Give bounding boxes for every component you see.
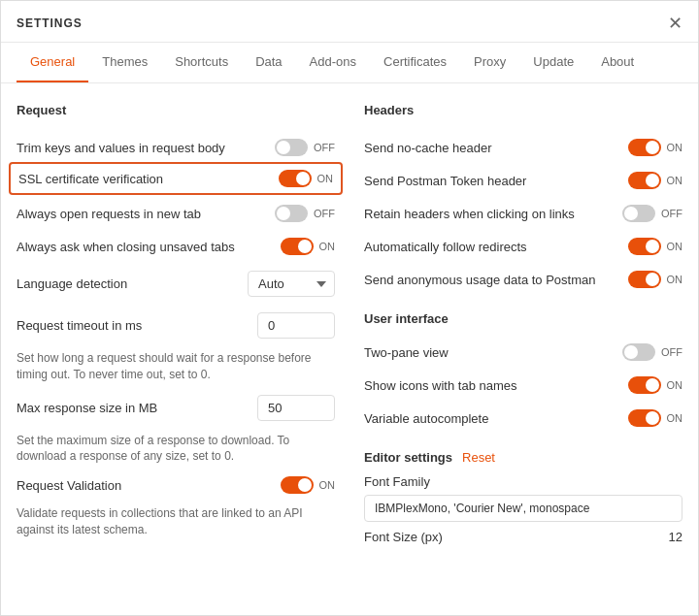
anon-usage-label: Send anonymous usage data to Postman <box>364 273 628 287</box>
request-section-title: Request <box>17 103 335 117</box>
closing-tabs-label: Always ask when closing unsaved tabs <box>17 240 281 254</box>
anon-usage-toggle-wrap: ON <box>628 271 683 288</box>
postman-token-row: Send Postman Token header ON <box>364 164 682 197</box>
tab-general[interactable]: General <box>17 43 88 82</box>
settings-content: Request Trim keys and values in request … <box>1 83 698 615</box>
language-detection-select[interactable]: Auto Manual <box>248 271 335 297</box>
closing-tabs-toggle-wrap: ON <box>281 238 336 255</box>
tab-proxy[interactable]: Proxy <box>460 43 519 82</box>
tab-themes[interactable]: Themes <box>88 43 161 82</box>
follow-redirects-toggle[interactable] <box>628 238 661 255</box>
font-family-label: Font Family <box>364 474 682 489</box>
trim-keys-toggle-wrap: OFF <box>275 139 335 156</box>
request-validation-block: Request Validation ON Validate requests … <box>17 469 335 538</box>
timeout-input[interactable] <box>257 312 335 339</box>
font-size-label: Font Size (px) <box>364 530 443 544</box>
font-size-value: 12 <box>669 530 682 544</box>
request-validation-description: Validate requests in collections that ar… <box>17 505 335 538</box>
open-requests-toggle-wrap: OFF <box>275 205 335 222</box>
variable-autocomplete-row: Variable autocomplete ON <box>364 402 682 435</box>
ssl-cert-label: SSL certificate verification <box>18 172 279 186</box>
request-validation-toggle-wrap: ON <box>281 476 336 494</box>
language-detection-label: Language detection <box>17 276 248 291</box>
follow-redirects-toggle-label: ON <box>667 241 683 252</box>
ssl-cert-toggle-label: ON <box>317 173 334 184</box>
show-icons-toggle[interactable] <box>628 376 661 394</box>
no-cache-toggle[interactable] <box>628 139 661 156</box>
postman-token-toggle-wrap: ON <box>628 172 683 189</box>
max-response-input[interactable] <box>257 395 335 421</box>
no-cache-toggle-wrap: ON <box>628 139 683 156</box>
closing-tabs-row: Always ask when closing unsaved tabs ON <box>17 230 335 263</box>
reset-button[interactable]: Reset <box>462 450 495 465</box>
tab-about[interactable]: About <box>587 43 648 82</box>
language-detection-row: Language detection Auto Manual <box>17 263 335 305</box>
request-validation-label: Request Validation <box>17 478 281 493</box>
close-button[interactable]: ✕ <box>668 15 682 32</box>
headers-section-title: Headers <box>364 103 682 117</box>
max-response-label: Max response size in MB <box>17 401 257 415</box>
variable-autocomplete-label: Variable autocomplete <box>364 411 628 426</box>
tab-certificates[interactable]: Certificates <box>370 43 460 82</box>
show-icons-label: Show icons with tab names <box>364 378 628 393</box>
two-pane-label: Two-pane view <box>364 345 622 360</box>
tab-addons[interactable]: Add-ons <box>296 43 370 82</box>
anon-usage-row: Send anonymous usage data to Postman ON <box>364 263 682 296</box>
anon-usage-toggle-label: ON <box>667 274 683 285</box>
open-requests-label: Always open requests in new tab <box>17 207 275 221</box>
retain-headers-row: Retain headers when clicking on links OF… <box>364 197 682 230</box>
max-response-row: Max response size in MB <box>17 387 335 429</box>
right-column: Headers Send no-cache header ON Send Pos… <box>364 103 682 596</box>
open-requests-toggle[interactable] <box>275 205 308 222</box>
no-cache-toggle-label: ON <box>667 142 683 153</box>
variable-autocomplete-toggle-wrap: ON <box>628 409 683 427</box>
title-bar: SETTINGS ✕ <box>1 1 698 43</box>
two-pane-row: Two-pane view OFF <box>364 336 682 369</box>
left-column: Request Trim keys and values in request … <box>17 103 335 596</box>
ssl-cert-toggle-wrap: ON <box>279 170 334 187</box>
trim-keys-label: Trim keys and values in request body <box>17 141 275 155</box>
timeout-label: Request timeout in ms <box>17 318 257 333</box>
ui-section-title: User interface <box>364 311 682 326</box>
show-icons-toggle-label: ON <box>667 379 683 391</box>
editor-settings-header: Editor settings Reset <box>364 450 682 465</box>
closing-tabs-toggle[interactable] <box>281 238 314 255</box>
open-requests-toggle-label: OFF <box>314 208 335 219</box>
max-response-block: Max response size in MB Set the maximum … <box>17 387 335 466</box>
no-cache-row: Send no-cache header ON <box>364 131 682 164</box>
timeout-row: Request timeout in ms <box>17 305 335 346</box>
variable-autocomplete-toggle[interactable] <box>628 409 661 427</box>
postman-token-label: Send Postman Token header <box>364 174 628 188</box>
ssl-cert-toggle[interactable] <box>279 170 312 187</box>
tab-shortcuts[interactable]: Shortcuts <box>161 43 242 82</box>
follow-redirects-row: Automatically follow redirects ON <box>364 230 682 263</box>
ssl-cert-row: SSL certificate verification ON <box>9 162 343 195</box>
closing-tabs-toggle-label: ON <box>319 241 336 252</box>
request-validation-toggle-label: ON <box>319 479 336 491</box>
request-validation-row: Request Validation ON <box>17 469 335 502</box>
follow-redirects-label: Automatically follow redirects <box>364 240 628 254</box>
tab-data[interactable]: Data <box>242 43 295 82</box>
anon-usage-toggle[interactable] <box>628 271 661 288</box>
follow-redirects-toggle-wrap: ON <box>628 238 683 255</box>
retain-headers-toggle-label: OFF <box>661 208 682 219</box>
request-validation-toggle[interactable] <box>281 476 314 494</box>
trim-keys-toggle[interactable] <box>275 139 308 156</box>
two-pane-toggle[interactable] <box>622 343 655 361</box>
font-family-input[interactable] <box>364 495 682 522</box>
font-size-row: Font Size (px) 12 <box>364 530 682 544</box>
tab-bar: General Themes Shortcuts Data Add-ons Ce… <box>1 43 698 83</box>
postman-token-toggle-label: ON <box>667 175 683 186</box>
open-requests-row: Always open requests in new tab OFF <box>17 197 335 230</box>
trim-keys-row: Trim keys and values in request body OFF <box>17 131 335 164</box>
show-icons-row: Show icons with tab names ON <box>364 369 682 402</box>
settings-window: SETTINGS ✕ General Themes Shortcuts Data… <box>0 0 699 616</box>
retain-headers-toggle[interactable] <box>622 205 655 222</box>
window-title: SETTINGS <box>17 16 83 30</box>
trim-keys-toggle-label: OFF <box>314 142 335 153</box>
max-response-description: Set the maximum size of a response to do… <box>17 433 335 466</box>
postman-token-toggle[interactable] <box>628 172 661 189</box>
tab-update[interactable]: Update <box>519 43 587 82</box>
show-icons-toggle-wrap: ON <box>628 376 683 394</box>
variable-autocomplete-toggle-label: ON <box>667 412 683 424</box>
